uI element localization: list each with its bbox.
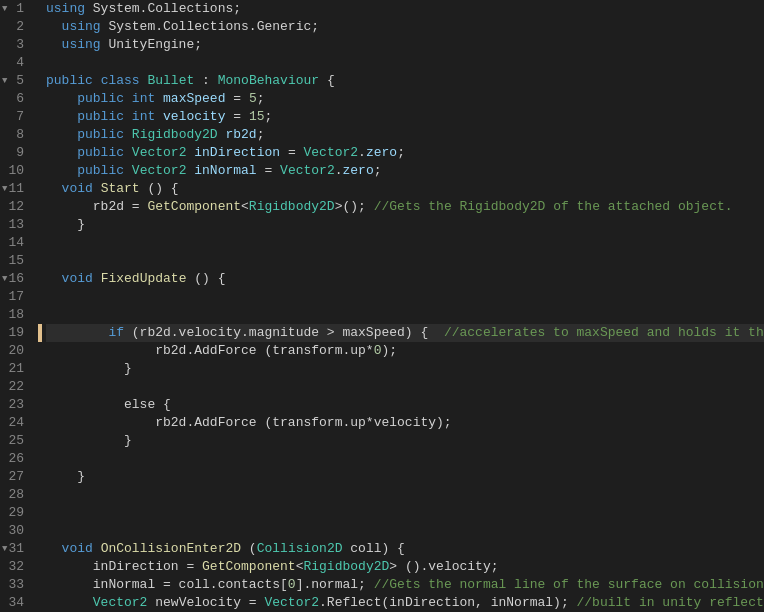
line-number-7: 7 bbox=[0, 108, 30, 126]
code-line-2: using System.Collections.Generic; bbox=[46, 18, 764, 36]
token: zero bbox=[343, 162, 374, 180]
token bbox=[155, 108, 163, 126]
token: ].normal; bbox=[296, 576, 374, 594]
line-number-2: 2 bbox=[0, 18, 30, 36]
code-line-12: rb2d = GetComponent<Rigidbody2D>(); //Ge… bbox=[46, 198, 764, 216]
code-line-32: inDirection = GetComponent<Rigidbody2D> … bbox=[46, 558, 764, 576]
fold-icon-1[interactable]: ▼ bbox=[2, 0, 7, 18]
token: UnityEngine; bbox=[101, 36, 202, 54]
token: coll) { bbox=[343, 540, 405, 558]
line-number-15: 15 bbox=[0, 252, 30, 270]
code-line-15 bbox=[46, 252, 764, 270]
code-line-5: public class Bullet : MonoBehaviour { bbox=[46, 72, 764, 90]
line-number-6: 6 bbox=[0, 90, 30, 108]
token: rb2d.AddForce (transform.up* bbox=[46, 342, 374, 360]
token: rb2d.AddForce (transform.up*velocity); bbox=[46, 414, 452, 432]
code-line-6: public int maxSpeed = 5; bbox=[46, 90, 764, 108]
token: //built in unity reflect function bbox=[577, 594, 764, 612]
token: void bbox=[46, 270, 93, 288]
line-number-27: 27 bbox=[0, 468, 30, 486]
code-line-17 bbox=[46, 288, 764, 306]
line-number-19: 19 bbox=[0, 324, 30, 342]
token: 15 bbox=[249, 108, 265, 126]
token: FixedUpdate bbox=[101, 270, 187, 288]
token: System.Collections.Generic; bbox=[101, 18, 319, 36]
line-number-16: ▼16 bbox=[0, 270, 30, 288]
code-editor: ▼1234▼5678910▼1112131415▼161718192021222… bbox=[0, 0, 764, 612]
token: public bbox=[46, 72, 93, 90]
token bbox=[93, 72, 101, 90]
token: ; bbox=[397, 144, 405, 162]
token: 5 bbox=[249, 90, 257, 108]
code-line-3: using UnityEngine; bbox=[46, 36, 764, 54]
code-line-34: Vector2 newVelocity = Vector2.Reflect(in… bbox=[46, 594, 764, 612]
token: //Gets the normal line of the surface on… bbox=[374, 576, 764, 594]
token: ; bbox=[257, 90, 265, 108]
fold-icon-5[interactable]: ▼ bbox=[2, 72, 7, 90]
token: ); bbox=[381, 342, 397, 360]
token bbox=[93, 180, 101, 198]
token: public bbox=[46, 108, 124, 126]
code-line-13: } bbox=[46, 216, 764, 234]
line-number-29: 29 bbox=[0, 504, 30, 522]
token bbox=[140, 72, 148, 90]
code-line-29 bbox=[46, 504, 764, 522]
token: } bbox=[46, 432, 132, 450]
token bbox=[124, 90, 132, 108]
token: () { bbox=[140, 180, 179, 198]
token bbox=[124, 126, 132, 144]
code-line-33: inNormal = coll.contacts[0].normal; //Ge… bbox=[46, 576, 764, 594]
token: inNormal bbox=[194, 162, 256, 180]
line-number-23: 23 bbox=[0, 396, 30, 414]
code-line-28 bbox=[46, 486, 764, 504]
code-line-8: public Rigidbody2D rb2d; bbox=[46, 126, 764, 144]
fold-icon-16[interactable]: ▼ bbox=[2, 270, 7, 288]
token: ; bbox=[257, 126, 265, 144]
line-number-3: 3 bbox=[0, 36, 30, 54]
token: Rigidbody2D bbox=[249, 198, 335, 216]
line-number-9: 9 bbox=[0, 144, 30, 162]
code-line-27: } bbox=[46, 468, 764, 486]
line-number-32: 32 bbox=[0, 558, 30, 576]
code-line-30 bbox=[46, 522, 764, 540]
fold-icon-11[interactable]: ▼ bbox=[2, 180, 7, 198]
fold-icon-31[interactable]: ▼ bbox=[2, 540, 7, 558]
token: if bbox=[46, 324, 124, 342]
token: 0 bbox=[288, 576, 296, 594]
token: GetComponent bbox=[202, 558, 296, 576]
token: ( bbox=[241, 540, 257, 558]
code-line-4 bbox=[46, 54, 764, 72]
token: GetComponent bbox=[147, 198, 241, 216]
token: Vector2 bbox=[93, 594, 148, 612]
token: < bbox=[241, 198, 249, 216]
line-number-28: 28 bbox=[0, 486, 30, 504]
line-number-14: 14 bbox=[0, 234, 30, 252]
token: //Gets the Rigidbody2D of the attached o… bbox=[374, 198, 733, 216]
line-number-13: 13 bbox=[0, 216, 30, 234]
token: } bbox=[46, 216, 85, 234]
token: Vector2 bbox=[280, 162, 335, 180]
token: = bbox=[280, 144, 303, 162]
token: void bbox=[46, 540, 93, 558]
line-number-34: 34 bbox=[0, 594, 30, 612]
token: public bbox=[46, 90, 124, 108]
token: void bbox=[46, 180, 93, 198]
token: int bbox=[132, 108, 155, 126]
token: //accelerates to maxSpeed and holds it t… bbox=[444, 324, 764, 342]
line-number-10: 10 bbox=[0, 162, 30, 180]
line-number-4: 4 bbox=[0, 54, 30, 72]
line-number-21: 21 bbox=[0, 360, 30, 378]
code-line-31: void OnCollisionEnter2D (Collision2D col… bbox=[46, 540, 764, 558]
code-line-19: if (rb2d.velocity.magnitude > maxSpeed) … bbox=[46, 324, 764, 342]
token: : bbox=[194, 72, 217, 90]
token bbox=[124, 162, 132, 180]
token: System.Collections; bbox=[85, 0, 241, 18]
token: rb2d = bbox=[46, 198, 147, 216]
token: () { bbox=[186, 270, 225, 288]
code-area[interactable]: using System.Collections; using System.C… bbox=[38, 0, 764, 612]
line-number-11: ▼11 bbox=[0, 180, 30, 198]
token: Vector2 bbox=[132, 144, 187, 162]
code-line-21: } bbox=[46, 360, 764, 378]
token: ; bbox=[374, 162, 382, 180]
token: >(); bbox=[335, 198, 374, 216]
